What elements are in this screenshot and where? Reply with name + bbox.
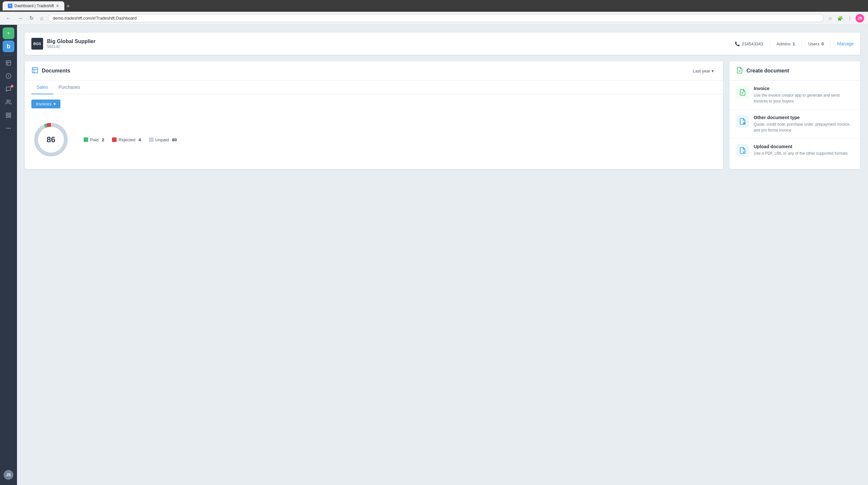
- invoice-item-desc: Use the invoice creator app to generate …: [754, 92, 854, 104]
- header-divider-3: [830, 40, 831, 47]
- unpaid-label: Unpaid: [155, 137, 169, 142]
- unpaid-count: 80: [172, 137, 177, 142]
- company-details: Big Global Supplier 593142: [47, 38, 95, 49]
- create-card-title-text: Create document: [746, 68, 789, 74]
- logo-letter: b: [7, 43, 10, 50]
- tab-close-btn[interactable]: ✕: [56, 4, 59, 8]
- more-icon: [5, 125, 11, 132]
- invoices-btn-label: Invoices: [36, 101, 52, 106]
- donut-center: 86: [47, 135, 56, 144]
- phone-icon: 📞: [735, 41, 740, 46]
- reports-icon: [5, 112, 11, 120]
- app-layout: + b: [0, 25, 868, 485]
- invoices-dropdown-icon: ▾: [54, 101, 56, 106]
- svg-text:+: +: [744, 122, 745, 124]
- rejected-count: 4: [139, 137, 141, 142]
- create-card-icon: [736, 67, 743, 75]
- active-tab[interactable]: T Dashboard | Tradeshift ✕: [3, 1, 64, 10]
- create-document-card: Create document $ Invoice Use the invoic…: [730, 61, 860, 169]
- admins-label: Admins: [777, 41, 790, 46]
- documents-title: Documents: [31, 67, 70, 75]
- tab-favicon: T: [8, 4, 12, 8]
- svg-point-9: [6, 128, 7, 129]
- tab-purchases[interactable]: Purchases: [53, 80, 85, 94]
- phone-number: 234543343: [742, 41, 763, 46]
- filter-select[interactable]: Last year ▾: [690, 67, 716, 75]
- settings-icon[interactable]: ⋮: [846, 14, 854, 22]
- legend-rejected: Rejected 4: [112, 137, 141, 142]
- create-card-title: Create document: [736, 67, 854, 75]
- filter-chevron-icon: ▾: [712, 68, 714, 73]
- sidebar-item-documents[interactable]: [3, 58, 14, 69]
- admins-count: 1: [793, 41, 795, 46]
- sidebar-item-messages[interactable]: [3, 84, 14, 96]
- paid-dot: [84, 137, 88, 142]
- browser-toolbar: ← → ↻ ⌂ ☆ 🧩 ⋮ JS: [0, 12, 868, 25]
- users-stat: Users 0: [808, 41, 824, 46]
- address-bar[interactable]: [48, 14, 824, 22]
- svg-rect-5: [6, 113, 8, 115]
- toolbar-icons: ☆ 🧩 ⋮ JS: [826, 14, 864, 23]
- browser-chrome: T Dashboard | Tradeshift ✕ +: [0, 0, 868, 12]
- tab-title: Dashboard | Tradeshift: [14, 4, 54, 8]
- invoice-icon: $: [736, 86, 749, 99]
- svg-rect-7: [9, 116, 11, 118]
- create-item-other[interactable]: + Other document type Quote, credit note…: [730, 110, 860, 139]
- svg-rect-0: [6, 61, 11, 65]
- rejected-dot: [112, 137, 117, 142]
- upload-item-text: Upload document Use a PDF, UBL or any of…: [754, 144, 848, 156]
- create-item-invoice[interactable]: $ Invoice Use the invoice creator app to…: [730, 80, 860, 110]
- donut-total: 86: [47, 135, 56, 144]
- nav-refresh-button[interactable]: ↻: [27, 14, 36, 23]
- sidebar-item-more[interactable]: [3, 123, 14, 135]
- filter-label: Last year: [693, 68, 710, 73]
- nav-forward-button[interactable]: →: [16, 14, 25, 23]
- content-grid: Documents Last year ▾ Sales Purchases In…: [25, 61, 860, 169]
- admins-stat: Admins 1: [777, 41, 795, 46]
- sidebar-item-apps[interactable]: [3, 71, 14, 83]
- phone-stat: 📞 234543343: [735, 41, 763, 46]
- documents-icon: [5, 60, 11, 67]
- sidebar-item-network[interactable]: [3, 97, 14, 109]
- company-name: Big Global Supplier: [47, 38, 95, 44]
- header-divider-1: [770, 40, 770, 47]
- extension-icon[interactable]: 🧩: [836, 14, 844, 22]
- add-icon: +: [7, 30, 10, 36]
- rejected-label: Rejected: [119, 137, 135, 142]
- header-actions: 📞 234543343 Admins 1 Users 0 Manage: [735, 40, 854, 47]
- create-item-upload[interactable]: Upload document Use a PDF, UBL or any of…: [730, 139, 860, 162]
- create-card-header: Create document: [730, 61, 860, 80]
- sidebar-divider: [4, 55, 13, 55]
- sidebar-logo[interactable]: b: [3, 40, 14, 52]
- company-id: 593142: [47, 44, 95, 49]
- invoices-button[interactable]: Invoices ▾: [31, 100, 60, 108]
- sidebar-item-reports[interactable]: [3, 110, 14, 122]
- other-item-name: Other document type: [754, 115, 854, 120]
- chart-area: 86 Paid 2 Rejected 4: [25, 114, 723, 169]
- svg-rect-8: [6, 116, 8, 118]
- manage-link[interactable]: Manage: [837, 41, 854, 46]
- header-divider-2: [801, 40, 802, 47]
- sidebar-user-avatar[interactable]: JS: [4, 470, 13, 480]
- new-tab-button[interactable]: +: [65, 2, 71, 10]
- users-label: Users: [808, 41, 819, 46]
- sidebar-add-button[interactable]: +: [3, 27, 14, 39]
- tabs: Sales Purchases: [25, 80, 723, 94]
- header-card: BGS Big Global Supplier 593142 📞 2345433…: [25, 33, 860, 55]
- other-item-text: Other document type Quote, credit note, …: [754, 115, 854, 133]
- company-info: BGS Big Global Supplier 593142: [31, 38, 95, 50]
- other-item-desc: Quote, credit note, purchase order, prep…: [754, 121, 854, 133]
- sidebar: + b: [0, 25, 17, 485]
- svg-point-11: [10, 128, 11, 129]
- nav-back-button[interactable]: ←: [4, 14, 13, 23]
- bookmark-icon[interactable]: ☆: [826, 14, 834, 22]
- paid-count: 2: [102, 137, 104, 142]
- invoices-section: Invoices ▾: [25, 94, 723, 114]
- nav-home-button[interactable]: ⌂: [38, 14, 45, 23]
- svg-rect-6: [9, 113, 11, 115]
- upload-item-name: Upload document: [754, 144, 848, 149]
- profile-avatar[interactable]: JS: [856, 14, 864, 23]
- upload-doc-icon: [736, 144, 749, 157]
- svg-point-4: [7, 100, 9, 102]
- tab-sales[interactable]: Sales: [31, 80, 53, 94]
